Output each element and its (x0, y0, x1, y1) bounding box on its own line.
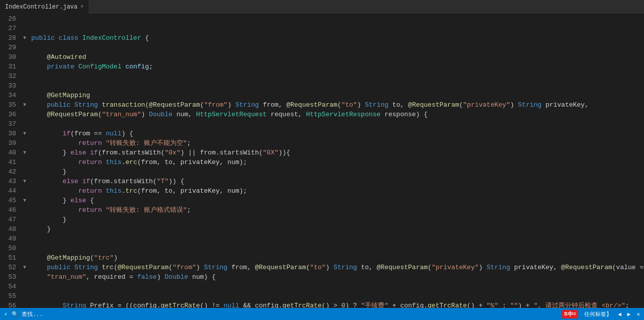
code-token-kw: false (137, 272, 157, 282)
code-token-plain: ) (227, 100, 235, 110)
code-token-kw: String (487, 263, 510, 272)
line-number: 50 (4, 244, 16, 253)
code-token-plain: ( (306, 263, 310, 272)
code-content[interactable]: ▼public class IndexController { @Autowir… (21, 14, 644, 308)
tab-bar: IndexController.java × (0, 0, 644, 14)
line-number: 54 (4, 282, 16, 291)
code-line: ▼ public String transaction(@RequestPara… (23, 100, 644, 110)
line-number: 37 (4, 119, 16, 129)
line-number: 38 (4, 129, 16, 138)
code-token-plain: ) ? (345, 301, 361, 308)
code-line: @GetMapping (23, 91, 644, 100)
line-number: 47 (4, 215, 16, 224)
code-token-annotation: @GetMapping (47, 91, 90, 100)
code-token-annotation: @RequestParam (118, 263, 169, 272)
code-token-plain: . (121, 186, 125, 196)
code-token-kw: String (204, 263, 227, 272)
code-token-str: "转账失败: 账户格式错误" (106, 205, 187, 215)
code-token-kw: public class (31, 33, 78, 43)
code-token-annotation: @RequestParam (561, 263, 612, 272)
line-number: 39 (4, 138, 16, 148)
code-token-method: getTrcRate (282, 301, 321, 308)
fold-arrow[interactable]: ▼ (23, 148, 31, 157)
code-token-str: "转账失败: 账户不能为空" (106, 138, 187, 148)
tag-label[interactable]: 任何标签】 (584, 310, 612, 318)
code-token-kw2: return (78, 205, 102, 215)
code-line: } (23, 215, 644, 224)
code-token-plain: ( (200, 100, 204, 110)
code-token-kw2: else if (70, 148, 98, 157)
code-token-annotation: @RequestParam (286, 100, 337, 110)
code-token-plain: response) { (380, 110, 428, 119)
code-token-str: "privateKey" (432, 263, 479, 272)
code-token-method: trc (102, 263, 113, 272)
editor: 2627282930313233343536373839404142434445… (0, 14, 644, 308)
nav-close-button[interactable]: ✕ (636, 311, 640, 317)
code-token-plain: () != (200, 301, 223, 308)
line-number: 34 (4, 91, 16, 100)
fold-spacer (23, 138, 31, 148)
fold-arrow[interactable]: ▼ (23, 100, 31, 110)
code-token-plain (31, 157, 78, 167)
code-token-str: "手续费" (361, 301, 388, 308)
code-token-str: "tran_num" (47, 272, 86, 282)
code-token-kw: String (235, 100, 259, 110)
fold-spacer (23, 81, 31, 91)
code-token-plain: num) { (188, 272, 216, 282)
code-line (23, 81, 644, 91)
fold-arrow[interactable]: ▼ (23, 196, 31, 205)
code-token-kw: String (74, 263, 98, 272)
code-token-plain: (from.startsWith( (90, 177, 157, 186)
fold-spacer (23, 301, 31, 308)
fold-spacer (23, 224, 31, 234)
code-token-str: "T" (157, 177, 169, 186)
code-token-plain (31, 52, 47, 62)
code-token-plain (31, 91, 47, 100)
code-token-plain: ) (510, 100, 518, 110)
search-label[interactable]: 🔍 查找... (12, 310, 43, 318)
code-token-kw2: else if (62, 177, 90, 186)
code-token-plain (31, 263, 47, 272)
line-number: 41 (4, 157, 16, 167)
code-token-annotation: @RequestParam (408, 100, 459, 110)
tab-filename: IndexController.java (5, 4, 77, 11)
code-token-plain: ; (625, 301, 629, 308)
line-number: 48 (4, 224, 16, 234)
code-line (23, 291, 644, 301)
fold-arrow[interactable]: ▼ (23, 33, 31, 43)
code-line (23, 43, 644, 52)
code-token-var: config (125, 62, 149, 71)
code-token-kw2: return (78, 138, 102, 148)
code-token-plain: } (31, 167, 66, 177)
code-token-kw: null (106, 129, 121, 138)
code-token-plain: ) (141, 110, 149, 119)
nav-prev-button[interactable]: ◀ (618, 311, 621, 317)
code-token-kw: String (74, 100, 98, 110)
tab-close-button[interactable]: × (80, 4, 84, 10)
code-token-kw: null (223, 301, 239, 308)
code-token-plain: to, (357, 263, 377, 272)
file-tab[interactable]: IndexController.java × (0, 0, 89, 14)
code-token-str: "0x" (165, 148, 180, 157)
code-token-plain (102, 138, 106, 148)
fold-spacer (23, 186, 31, 196)
line-number: 31 (4, 62, 16, 71)
fold-arrow[interactable]: ▼ (23, 177, 31, 186)
code-token-annotation: @Autowired (47, 52, 86, 62)
code-line (23, 234, 644, 244)
code-token-plain: . (121, 157, 125, 167)
code-token-plain: request, (267, 110, 306, 119)
nav-next-button[interactable]: ▶ (627, 311, 631, 317)
code-line: @GetMapping("trc") (23, 253, 644, 263)
code-token-plain: ( (459, 100, 463, 110)
fold-arrow[interactable]: ▼ (23, 129, 31, 138)
code-token-plain: ) (326, 263, 334, 272)
line-number: 40 (4, 148, 16, 157)
code-token-class-name: IndexController (82, 33, 141, 43)
code-token-plain: ) (157, 272, 165, 282)
code-token-num: 0 (341, 301, 345, 308)
code-token-kw: private (47, 62, 74, 71)
code-token-plain (31, 205, 78, 215)
code-token-str: "tran_num" (102, 110, 141, 119)
fold-arrow[interactable]: ▼ (23, 263, 31, 272)
